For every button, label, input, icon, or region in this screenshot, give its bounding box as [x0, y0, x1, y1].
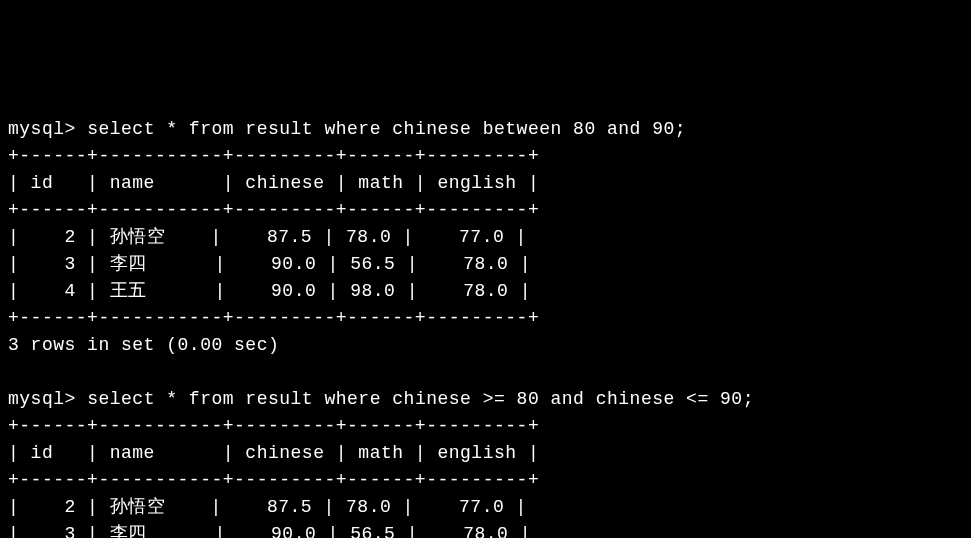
table-border: +------+-----------+---------+------+---… [8, 470, 539, 490]
sql-query-2: select * from result where chinese >= 80… [87, 389, 754, 409]
mysql-prompt: mysql> [8, 389, 87, 409]
terminal-output: mysql> select * from result where chines… [8, 116, 963, 538]
status-text: 3 rows in set (0.00 sec) [8, 335, 279, 355]
table-row: | 4 | 王五 | 90.0 | 98.0 | 78.0 | [8, 281, 531, 301]
table-header: | id | name | chinese | math | english | [8, 173, 539, 193]
sql-query-1: select * from result where chinese betwe… [87, 119, 686, 139]
mysql-prompt: mysql> [8, 119, 87, 139]
table-border: +------+-----------+---------+------+---… [8, 146, 539, 166]
table-row: | 3 | 李四 | 90.0 | 56.5 | 78.0 | [8, 524, 531, 538]
table-border: +------+-----------+---------+------+---… [8, 200, 539, 220]
table-border: +------+-----------+---------+------+---… [8, 308, 539, 328]
table-row: | 3 | 李四 | 90.0 | 56.5 | 78.0 | [8, 254, 531, 274]
table-row: | 2 | 孙悟空 | 87.5 | 78.0 | 77.0 | [8, 497, 527, 517]
table-header: | id | name | chinese | math | english | [8, 443, 539, 463]
table-row: | 2 | 孙悟空 | 87.5 | 78.0 | 77.0 | [8, 227, 527, 247]
table-border: +------+-----------+---------+------+---… [8, 416, 539, 436]
